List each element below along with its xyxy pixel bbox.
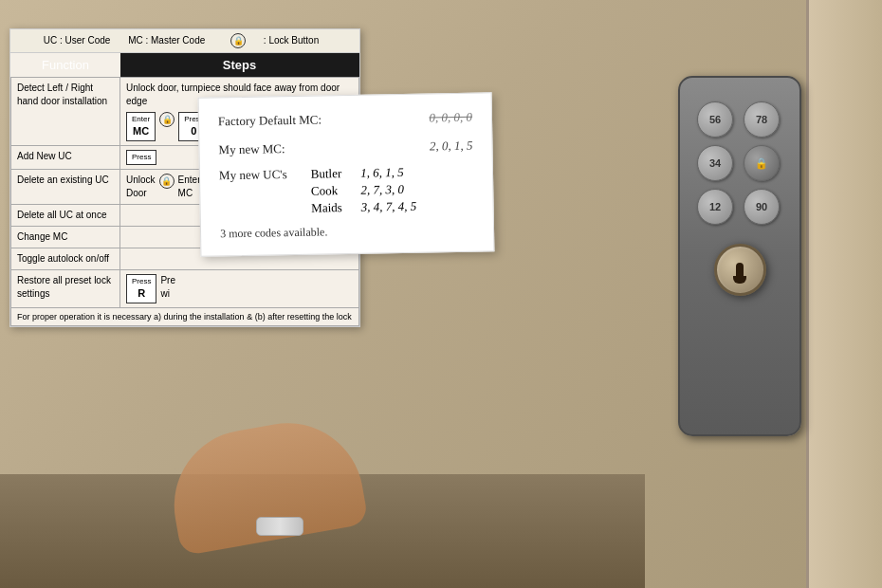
lock-icon-delete: 🔒 xyxy=(159,174,175,189)
new-mc-label: My new MC: xyxy=(218,139,285,159)
step-enter-mc: Enter MC xyxy=(126,112,156,141)
lock-btn-90: 90 xyxy=(744,189,780,225)
func-delete-all: Delete all UC at once xyxy=(11,205,120,227)
lock-keyhole-icon xyxy=(736,263,744,278)
note-footer: 3 more codes available. xyxy=(220,223,474,242)
factory-label: Factory Default MC: xyxy=(218,110,322,130)
lock-btn-34: 34 xyxy=(697,145,733,181)
new-mc-value: 2, 0, 1, 5 xyxy=(430,136,473,155)
table-row: Restore all preset lock settings Press R… xyxy=(11,270,359,308)
legend-lock-icon: 🔒 xyxy=(230,33,246,48)
func-detect: Detect Left / Right hand door installati… xyxy=(11,78,120,146)
steps-restore: Press R Prewi xyxy=(120,270,359,308)
new-uc-label: My new UC's xyxy=(219,167,287,183)
note-mc-line: My new MC: 2, 0, 1, 5 xyxy=(218,136,472,158)
col-steps-header: Steps xyxy=(120,53,359,78)
func-add-uc: Add New UC xyxy=(11,145,120,169)
legend-mc: MC : Master Code xyxy=(128,35,205,46)
lock-btn-78: 78 xyxy=(744,101,780,138)
factory-value: 0, 0, 0, 0 xyxy=(429,108,472,127)
list-item: 1, 6, 1, 5 xyxy=(360,165,416,181)
note-cell: For proper operation it is necessary a) … xyxy=(11,307,359,326)
lock-buttons-grid: 56 78 34 🔒 12 90 xyxy=(697,101,782,225)
legend-lock: 🔒 : Lock Button xyxy=(223,35,326,46)
list-item: Cook xyxy=(311,183,342,199)
lock-device: 56 78 34 🔒 12 90 xyxy=(678,76,801,436)
legend-uc: UC : User Code xyxy=(44,35,111,46)
list-item: 2, 7, 3, 0 xyxy=(360,182,416,198)
note-factory-line: Factory Default MC: 0, 0, 0, 0 xyxy=(218,108,472,131)
card-legend: UC : User Code MC : Master Code 🔒 : Lock… xyxy=(10,29,359,53)
step-press-r: Press R xyxy=(126,274,156,303)
lock-cylinder xyxy=(714,244,766,296)
lock-btn-12: 12 xyxy=(697,189,733,225)
table-row-note: For proper operation it is necessary a) … xyxy=(11,307,359,326)
uc-codes: 1, 6, 1, 5 2, 7, 3, 0 3, 4, 7, 4, 5 xyxy=(360,165,416,215)
func-autolock: Toggle autolock on/off xyxy=(11,248,120,270)
func-restore: Restore all preset lock settings xyxy=(11,270,120,308)
note-uc-table: My new UC's Butler Cook Maids 1, 6, 1, 5… xyxy=(219,164,474,218)
list-item: Butler xyxy=(311,166,342,182)
door-edge xyxy=(806,0,882,588)
note-paper: Factory Default MC: 0, 0, 0, 0 My new MC… xyxy=(198,92,495,256)
list-item: 3, 4, 7, 4, 5 xyxy=(361,199,417,215)
list-item: Maids xyxy=(311,200,342,216)
watch-decoration xyxy=(256,517,303,536)
lock-icon-detect: 🔒 xyxy=(159,112,175,127)
lock-btn-56: 56 xyxy=(697,101,733,138)
lock-btn-lock: 🔒 xyxy=(744,145,780,181)
func-delete-uc: Delete an existing UC xyxy=(11,170,120,205)
step-press-add: Press xyxy=(126,150,156,165)
col-function-header: Function xyxy=(11,53,120,78)
func-change-mc: Change MC xyxy=(11,227,120,248)
uc-names: Butler Cook Maids xyxy=(311,166,342,216)
